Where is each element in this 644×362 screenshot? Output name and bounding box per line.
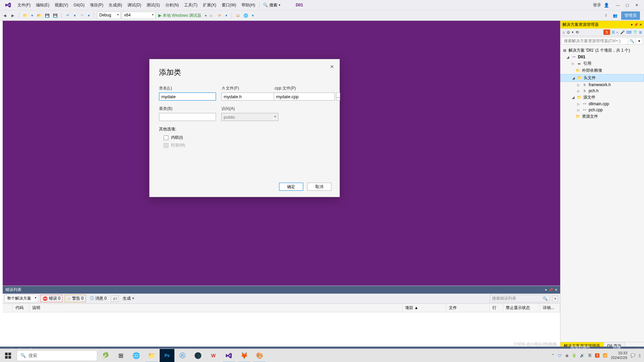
maximize-button[interactable]: ▢ <box>625 2 630 8</box>
tray-battery-icon[interactable]: 🔋 <box>572 353 577 358</box>
panel-dropdown-icon[interactable]: ▾ <box>631 23 633 26</box>
config-combo[interactable]: Debug <box>97 12 120 19</box>
start-debug-button[interactable]: 本地 Windows 调试器 <box>157 12 204 19</box>
file-node[interactable]: ▷ ++ pch.cpp <box>560 107 644 113</box>
close-button[interactable]: ✕ <box>634 2 639 8</box>
col-project[interactable]: 项目 ▲ <box>402 304 446 312</box>
redo-icon[interactable]: ↷ <box>78 12 85 19</box>
start-nodebug-icon[interactable]: ▷ <box>208 12 215 19</box>
undo-icon[interactable]: ↶ <box>64 12 71 19</box>
errors-filter[interactable]: ⛔错误 0 <box>40 295 63 302</box>
warnings-filter[interactable]: ⚠警告 0 <box>65 295 86 302</box>
user-icon[interactable]: 👤 <box>604 3 609 8</box>
ime-grid-icon[interactable]: ⊞ <box>639 30 642 35</box>
scope-combo[interactable]: 整个解决方案 <box>5 295 38 302</box>
file-node[interactable]: ▷ ++ dllmain.cpp <box>560 101 644 107</box>
cpp-browse-button[interactable]: ... <box>336 93 340 101</box>
dialog-close-button[interactable]: ✕ <box>328 63 336 71</box>
error-search-dropdown[interactable]: ▾ <box>552 295 558 302</box>
liveshare-icon[interactable]: 👥 <box>612 12 619 19</box>
share-icon[interactable]: ⇪ <box>602 12 609 19</box>
menu-project[interactable]: 项目(P) <box>87 1 106 9</box>
refresh-icon[interactable]: ⟲ <box>576 30 579 35</box>
search-icon[interactable]: 🔍 <box>628 37 636 45</box>
hot-reload-dropdown[interactable]: ▾ <box>224 13 229 18</box>
new-project-icon[interactable]: 📁 <box>22 12 29 19</box>
tray-desktop-icon[interactable]: ▯ <box>639 353 641 358</box>
project-node[interactable]: ◢ ++ Dll1 <box>560 54 644 60</box>
tray-wifi-icon[interactable]: 📶 <box>603 353 607 358</box>
ok-button[interactable]: 确定 <box>279 183 303 191</box>
browser-icon[interactable]: 🌐 <box>243 12 249 19</box>
inline-checkbox-row[interactable]: 内联(I) <box>164 135 330 140</box>
undo-dropdown[interactable]: ▾ <box>72 13 77 18</box>
start-button[interactable] <box>0 349 16 362</box>
collapse-icon[interactable]: ◢ <box>566 55 570 59</box>
ime-mic-icon[interactable]: 🎤 <box>620 30 625 35</box>
menu-tools[interactable]: 工具(T) <box>181 1 200 9</box>
tray-chevron-icon[interactable]: ⌃ <box>551 353 554 358</box>
chevron-down-icon[interactable]: ▾ <box>572 31 574 34</box>
platform-combo[interactable]: x64 <box>122 12 155 19</box>
col-icon[interactable] <box>3 304 13 312</box>
ime-keyboard-icon[interactable]: ⌨ <box>626 30 632 35</box>
panel-dropdown-icon[interactable]: ▾ <box>545 288 547 292</box>
panel-close-icon[interactable]: ✕ <box>639 23 642 26</box>
cancel-button[interactable]: 取消 <box>307 183 331 191</box>
ime-lang[interactable]: 英 <box>611 30 615 35</box>
inline-checkbox[interactable] <box>164 135 168 140</box>
taskbar-app-wps[interactable]: W <box>206 349 221 362</box>
references-node[interactable]: ▷ ▪▪ 引用 <box>560 60 644 67</box>
col-detail[interactable]: 详细... <box>540 304 560 312</box>
tray-shield-icon[interactable]: 🛡 <box>558 354 561 358</box>
expand-icon[interactable]: ▷ <box>571 62 575 65</box>
sync-icon[interactable]: ⊙ <box>567 30 570 35</box>
taskbar-app-paint[interactable]: 🎨 <box>252 349 267 362</box>
taskbar-app-k[interactable]: Ⓚ <box>175 349 190 362</box>
expand-icon[interactable]: ▷ <box>577 89 581 93</box>
menu-file[interactable]: 文件(F) <box>15 1 33 9</box>
panel-close-icon[interactable]: ✕ <box>555 288 557 292</box>
new-dropdown[interactable]: ▾ <box>30 13 35 18</box>
expand-icon[interactable]: ▷ <box>577 83 581 87</box>
hot-reload-icon[interactable]: ⟳ <box>216 12 223 19</box>
ime-punct-icon[interactable]: •, <box>616 30 619 34</box>
tray-clock[interactable]: 10:33 2024/2/26 <box>611 351 627 360</box>
ime-badge-icon[interactable]: S <box>603 29 610 35</box>
login-link[interactable]: 登录 <box>593 2 601 8</box>
class-name-input[interactable] <box>159 93 216 101</box>
access-select[interactable]: public <box>221 113 278 121</box>
menu-git[interactable]: Git(G) <box>71 1 87 9</box>
redo-dropdown[interactable]: ▾ <box>87 13 91 18</box>
save-icon[interactable]: 💾 <box>44 12 51 19</box>
taskbar-app-explorer[interactable]: 📁 <box>144 349 159 362</box>
menu-extensions[interactable]: 扩展(X) <box>200 1 219 9</box>
menu-test[interactable]: 测试(S) <box>144 1 163 9</box>
collapse-icon[interactable]: ◢ <box>572 76 576 80</box>
taskbar-taskview[interactable]: ⊞ <box>113 349 128 362</box>
tray-monitor-icon[interactable]: 🖥 <box>565 354 569 358</box>
files-icon[interactable]: 🗂 <box>234 12 241 19</box>
expand-icon[interactable]: ▷ <box>577 102 581 106</box>
ime-shirt-icon[interactable]: 👕 <box>633 30 638 35</box>
menu-view[interactable]: 视图(V) <box>52 1 71 9</box>
error-search[interactable]: 搜索错误列表 🔍 <box>490 295 550 302</box>
menubar-search[interactable]: 🔍 搜索 ▾ <box>261 2 282 9</box>
external-deps-node[interactable]: 📁 外部依赖项 <box>560 67 644 74</box>
menu-window[interactable]: 窗口(W) <box>219 1 239 9</box>
headers-node[interactable]: ◢ 📁 头文件 <box>560 74 644 82</box>
search-input[interactable] <box>561 37 628 45</box>
h-file-input[interactable] <box>221 93 282 101</box>
search-dropdown[interactable]: ▾ <box>636 37 643 45</box>
file-node[interactable]: ▷ h framework.h <box>560 82 644 88</box>
pin-icon[interactable]: 📌 <box>634 23 638 26</box>
col-file[interactable]: 文件 <box>446 304 490 312</box>
tray-volume-icon[interactable]: 🔊 <box>580 353 585 358</box>
tray-ime-icon[interactable]: 英 <box>588 353 592 358</box>
resources-node[interactable]: 📁 资源文件 <box>560 113 644 120</box>
taskbar-app-eclipse[interactable]: 🌑 <box>191 349 205 362</box>
taskbar-app-misc[interactable]: 🥬 <box>98 349 113 362</box>
cpp-file-input[interactable] <box>274 93 335 101</box>
filter-icon[interactable]: 🏷 <box>111 295 119 302</box>
taskbar-app-browser[interactable]: 🌐 <box>129 349 144 362</box>
